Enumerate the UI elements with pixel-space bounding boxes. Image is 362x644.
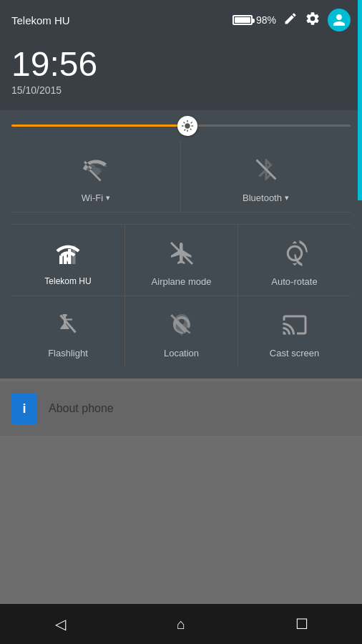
battery-icon [233, 15, 253, 25]
brightness-slider[interactable] [11, 125, 351, 127]
bluetooth-off-icon [253, 157, 279, 182]
quick-settings-panel: Wi-Fi ▾ Bluetooth ▾ [0, 110, 362, 379]
date-display: 15/10/2015 [11, 84, 351, 96]
bluetooth-label: Bluetooth [243, 192, 282, 203]
about-phone-row[interactable]: i About phone [0, 381, 362, 436]
location-off-icon [169, 312, 195, 338]
flashlight-toggle[interactable]: Flashlight [11, 296, 124, 367]
carrier-name: Telekom HU [11, 14, 70, 26]
time-date-section: 19:56 15/10/2015 [0, 40, 362, 110]
signal-label: Telekom HU [44, 276, 91, 286]
about-phone-label: About phone [49, 402, 114, 415]
status-bar-right: 98% [233, 9, 351, 31]
toggle-grid-3col-row1: Telekom HU Airplane mode Auto-rotate [11, 224, 351, 296]
bluetooth-icon-wrap [249, 152, 283, 187]
brightness-row [11, 125, 351, 127]
right-edge-accent [358, 0, 362, 200]
cast-icon-wrap [278, 308, 312, 342]
navigation-bar: ◁ ⌂ ☐ [0, 604, 362, 644]
cast-icon [282, 312, 308, 338]
bluetooth-label-row: Bluetooth ▾ [243, 192, 289, 203]
wifi-dropdown-arrow: ▾ [106, 193, 110, 203]
bluetooth-toggle[interactable]: Bluetooth ▾ [181, 141, 351, 213]
home-button[interactable]: ⌂ [160, 610, 202, 638]
about-phone-icon-letter: i [22, 401, 26, 416]
flashlight-icon [55, 312, 81, 338]
wifi-off-icon [83, 157, 109, 182]
cast-toggle[interactable]: Cast screen [238, 296, 351, 367]
flashlight-label: Flashlight [48, 348, 88, 358]
wifi-toggle[interactable]: Wi-Fi ▾ [11, 141, 181, 213]
flashlight-icon-wrap [51, 308, 85, 342]
svg-line-6 [61, 316, 76, 333]
wifi-icon-wrap [79, 152, 113, 187]
autorotate-toggle[interactable]: Auto-rotate [238, 224, 351, 296]
location-toggle[interactable]: Location [124, 296, 238, 367]
autorotate-icon-wrap [278, 236, 312, 270]
time-display: 19:56 [11, 47, 351, 82]
airplane-label: Airplane mode [152, 276, 212, 287]
airplane-toggle[interactable]: Airplane mode [124, 224, 238, 296]
battery-fill [235, 17, 250, 23]
brightness-fill [11, 125, 187, 127]
location-icon-wrap [165, 308, 199, 342]
toggle-grid-2col: Wi-Fi ▾ Bluetooth ▾ [11, 141, 351, 213]
battery-percentage: 98% [256, 14, 276, 26]
edit-icon [283, 11, 298, 29]
status-bar: Telekom HU 98% [0, 0, 362, 40]
back-button[interactable]: ◁ [39, 610, 82, 638]
autorotate-label: Auto-rotate [271, 276, 317, 287]
battery-indicator: 98% [233, 14, 276, 26]
bluetooth-dropdown-arrow: ▾ [285, 193, 289, 203]
airplane-icon-wrap [165, 236, 199, 270]
about-phone-icon: i [11, 393, 37, 424]
location-label: Location [164, 348, 199, 358]
signal-toggle[interactable]: Telekom HU [11, 224, 124, 296]
autorotate-icon [282, 240, 308, 266]
wifi-label-row: Wi-Fi ▾ [82, 192, 110, 203]
avatar[interactable] [328, 9, 351, 31]
wifi-label: Wi-Fi [82, 192, 103, 203]
svg-rect-4 [72, 246, 76, 265]
svg-rect-1 [59, 255, 63, 264]
signal-icon-wrap [51, 236, 85, 270]
svg-rect-3 [68, 249, 72, 264]
toggle-grid-3col-row2: Flashlight Location Cast screen [11, 296, 351, 367]
svg-rect-2 [64, 253, 67, 265]
cast-label: Cast screen [270, 348, 319, 358]
settings-icon[interactable] [305, 11, 321, 30]
recents-button[interactable]: ☐ [280, 610, 323, 638]
airplane-icon [169, 240, 195, 266]
signal-icon [55, 240, 81, 266]
brightness-thumb[interactable] [177, 116, 197, 136]
